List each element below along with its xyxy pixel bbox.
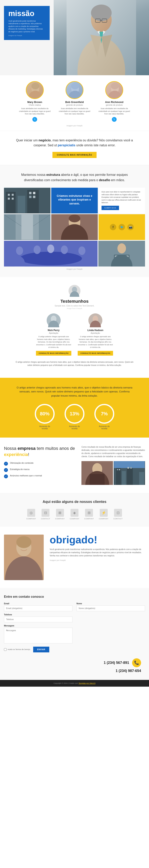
svg-point-14 [31, 83, 39, 89]
message-input[interactable] [4, 628, 73, 644]
cta-highlight: perspiciatis [58, 144, 75, 147]
experience-right: Como resultado de nossa filosofia de ser… [81, 445, 145, 485]
team-member-1-role: Chefe criativa [19, 104, 51, 106]
client-logo-3: ⊠ COMPANY [55, 509, 65, 520]
structure-photo-corridor [4, 214, 50, 240]
svg-rect-76 [117, 469, 118, 470]
form-bottom: Aceito os Termos de Serviço ENVIAR [4, 647, 73, 652]
email-input[interactable] [4, 606, 73, 611]
svg-rect-27 [12, 194, 14, 196]
logo-name-6: COMPANY [99, 518, 108, 520]
message-group: Mensagem [4, 625, 73, 644]
phone-group: Telefone [4, 614, 73, 622]
phone-input[interactable] [4, 617, 73, 622]
structure-image-credit: Imagem por Freepik [4, 268, 145, 270]
hero-description: Você geralmente pode transformar radical… [8, 20, 45, 33]
logo-icon-3: ⊠ [56, 509, 64, 517]
svg-rect-23 [18, 196, 25, 213]
twitter-icon-3[interactable]: 𝕏 [112, 117, 117, 122]
testimonials-people: Nick Perry Apeelação O artigo anterior c… [4, 313, 145, 355]
team-member-3-name: Ann Richmond [98, 100, 130, 103]
svg-rect-71 [122, 471, 126, 485]
exp-highlight: experiência [4, 452, 28, 457]
phone-badge-container: 1 (234) 567-891 📞 1 (234) 987-654 [4, 658, 145, 673]
team-member-1-avatar [26, 81, 44, 99]
team-member-2-bio: Suas atividades tem resultados da criati… [58, 107, 91, 116]
terms-checkbox[interactable] [4, 648, 6, 651]
contact-form: Email Telefone Mensagem Aceito os Termos… [4, 602, 145, 652]
contact-form-right: Nome [76, 602, 145, 652]
stat-3-value: 7% [101, 411, 108, 416]
exp-photo-2 [114, 461, 145, 485]
thankyou-title: obrigado! [50, 534, 145, 545]
twitter-social-icon[interactable]: 🐦 [119, 224, 125, 230]
testimonials-avatar [69, 285, 80, 297]
team-member-2-name: Bob Greenfield [58, 100, 91, 103]
terms-text: Aceito os Termos de Serviço [7, 648, 30, 650]
email-group: Email [4, 602, 73, 611]
cta-bold-word: negócio [39, 138, 51, 142]
contact-form-left: Email Telefone Mensagem Aceito os Termos… [4, 602, 73, 652]
t-person-1-text: O artigo anterior chegou aprovado aos ho… [36, 335, 72, 349]
cta-button[interactable]: CONSULTE MAIS INFORMAÇÃO [52, 152, 97, 158]
logo-icon-4: ◈ [71, 509, 78, 517]
thankyou-credit: Imagem por Freepik [50, 559, 145, 561]
t-person-2-text: O artigo anterior chegou aprovado aos ho… [77, 335, 113, 349]
client-logo-5: ⊞ COMPANY [84, 509, 94, 520]
structure-photo-buildings [4, 188, 50, 213]
experience-section: Nossa empresa tem muitos anos de experiê… [0, 438, 149, 493]
instagram-icon[interactable]: 📷 [127, 224, 134, 230]
team-member-3: Ann Richmond gerente de produto Suas ati… [98, 81, 130, 122]
testimonials-section: Testemunhos Sample text. Click to select… [0, 277, 149, 378]
svg-rect-79 [130, 467, 132, 469]
name-input[interactable] [76, 606, 145, 611]
svg-rect-36 [22, 215, 33, 240]
t-person-1-btn[interactable]: CONSULTE MAIS INFORMAÇÃO [36, 351, 71, 355]
team-member-1-bio: Suas atividades tem resultados da criati… [19, 107, 51, 116]
footer-link[interactable]: Template por Site123 [78, 682, 95, 684]
svg-rect-26 [8, 194, 10, 196]
structure-bold2: desafio [99, 178, 110, 182]
t-person-2-btn[interactable]: CONSULTE MAIS INFORMAÇÃO [78, 351, 113, 355]
structure-heading: Mantemos nossa estrutura aberta e ágil, … [17, 172, 132, 183]
facebook-icon[interactable]: f [110, 224, 116, 230]
stat-1-label: Aumento de receita [37, 425, 53, 430]
testimonials-avatar-1 [47, 313, 60, 327]
exp-feature-3: ✓ Anúncios melhores que o normal [4, 474, 75, 478]
footer: Copyright © 2024 | Criado com Template p… [0, 680, 149, 687]
exp-photo-2-svg [114, 461, 145, 485]
team-member-3-avatar [105, 81, 123, 99]
experience-right-text: Como resultado de nossa filosofia de ser… [81, 445, 145, 458]
twitter-icon-1[interactable]: 𝕏 [32, 117, 37, 122]
phone-number-1: 1 (234) 567-891 [104, 661, 129, 665]
t-person-1-role: Apeelação [36, 332, 72, 334]
client-logo-4: ◈ COMPANY [70, 509, 79, 520]
phone-row-2: 1 (234) 987-654 [4, 669, 141, 673]
stats-intro-text: O artigo anterior chegou aprovado aos ho… [15, 386, 134, 398]
svg-point-13 [28, 91, 43, 99]
testimonials-header: Testemunhos Sample text. Click to select… [4, 285, 145, 309]
avatar-3-svg [106, 82, 123, 99]
check-icon-1: ✓ [4, 462, 8, 466]
svg-rect-74 [139, 472, 144, 485]
email-label: Email [4, 602, 73, 605]
svg-rect-33 [33, 196, 35, 198]
stats-section: O artigo anterior chegou aprovado aos ho… [0, 378, 149, 438]
name-group: Nome [76, 602, 145, 611]
svg-point-45 [16, 247, 23, 255]
structure-photo-tablet [98, 241, 145, 267]
experience-features-list: ✓ Otimização de conteúdo ✓ Estratégia de… [4, 462, 75, 478]
check-icon-2: ✓ [4, 468, 8, 472]
svg-point-48 [47, 245, 54, 253]
cta-section: Quer iniciar um negócio, mas tem experiê… [0, 131, 149, 165]
logo-icon-6: ⚡ [100, 509, 108, 517]
structure-learn-btn[interactable]: SABER MAIS [101, 206, 119, 210]
logo-name-7: CONTACT [114, 518, 123, 520]
submit-button[interactable]: ENVIAR [33, 647, 49, 652]
avatar-2-svg [66, 82, 83, 99]
client-logo-1: ◎ COMPANY [26, 509, 36, 520]
exp-feature-2: ✓ Estratégia de marca [4, 468, 75, 472]
structure-bold1: estrutura [46, 173, 60, 177]
svg-rect-29 [12, 197, 14, 199]
corridor-svg [4, 214, 50, 240]
